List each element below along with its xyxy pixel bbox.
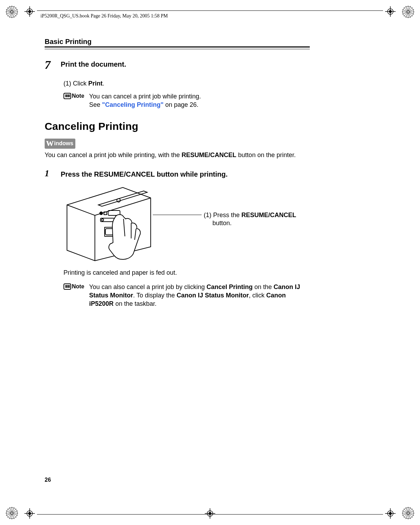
printer-figure: (1) Press the RESUME/CANCEL button. — [63, 184, 310, 264]
step1-title-prefix: Press the — [61, 170, 94, 178]
header-rule — [37, 10, 383, 11]
windows-rest: indows — [54, 140, 73, 147]
note2-t3: . To display the — [133, 292, 177, 299]
note-after-figure: ≣≣ Note You can also cancel a print job … — [63, 283, 310, 308]
note-text: You can also cancel a print job by click… — [89, 283, 310, 308]
step-title: Print the document. — [61, 59, 126, 68]
callout-bold: RESUME/CANCEL — [241, 212, 296, 219]
registration-mark-icon — [402, 507, 414, 519]
callout-text: (1) Press the RESUME/CANCEL button. — [204, 211, 296, 228]
windows-badge: Windows — [45, 139, 75, 149]
svg-point-51 — [28, 512, 31, 515]
svg-point-55 — [389, 512, 392, 515]
callout-line — [153, 215, 202, 215]
svg-point-43 — [28, 10, 31, 13]
note-step7: ≣≣ Note You can cancel a print job while… — [63, 92, 310, 109]
step1-title-suffix: button while printing. — [155, 170, 228, 178]
note-line2-suffix: on page 26. — [164, 101, 198, 108]
crop-target-icon — [24, 6, 35, 17]
crop-target-icon — [385, 508, 396, 519]
note-line1: You can cancel a print job while printin… — [89, 92, 201, 101]
note2-t5: on the taskbar. — [114, 300, 157, 307]
substep-text-suffix: . — [103, 80, 104, 87]
registration-mark-icon — [6, 507, 18, 519]
note-badge: ≣≣ Note — [63, 283, 84, 290]
note-line2: See "Canceling Printing" on page 26. — [89, 101, 201, 109]
printer-illustration-icon — [63, 184, 154, 264]
windows-w: W — [46, 139, 54, 148]
note2-t4: , click — [249, 292, 266, 299]
figure-callout: (1) Press the RESUME/CANCEL button. — [154, 211, 296, 228]
crop-target-icon — [205, 508, 215, 519]
step1-title-bold: RESUME/CANCEL — [94, 170, 155, 178]
substep-label: (1) — [63, 80, 71, 87]
svg-point-60 — [117, 199, 120, 202]
intro-bold: RESUME/CANCEL — [182, 151, 237, 158]
after-figure-text: Printing is canceled and paper is fed ou… — [63, 269, 310, 276]
section-title-text: Basic Printing — [45, 38, 91, 45]
step-1: 1 Press the RESUME/CANCEL button while p… — [45, 169, 310, 178]
note2-t2: on the — [253, 283, 273, 290]
svg-point-39 — [407, 512, 409, 514]
substep-text-bold: Print — [88, 80, 103, 87]
step-7-substep: (1) Click Print. — [63, 80, 310, 87]
svg-point-29 — [11, 512, 13, 514]
intro-text: You can cancel a print job while printin… — [45, 151, 310, 159]
note-label: Note — [72, 93, 84, 99]
note-link[interactable]: "Canceling Printing" — [102, 101, 164, 108]
note-line2-prefix: See — [89, 101, 102, 108]
substep-text-prefix: Click — [73, 80, 88, 87]
callout-prefix: (1) Press the — [204, 212, 241, 219]
note-text: You can cancel a print job while printin… — [89, 92, 201, 109]
svg-point-65 — [102, 219, 104, 221]
svg-point-47 — [389, 10, 392, 13]
step-number: 7 — [45, 59, 61, 71]
note-icon: ≣≣ — [63, 283, 71, 290]
svg-point-61 — [100, 212, 103, 215]
note-icon: ≣≣ — [63, 93, 71, 99]
running-header: iP5200R_QSG_US.book Page 26 Friday, May … — [40, 13, 168, 19]
footer-rule — [37, 514, 383, 515]
crop-target-icon — [24, 508, 35, 519]
document-page: iP5200R_QSG_US.book Page 26 Friday, May … — [0, 0, 420, 525]
heading-canceling-printing: Canceling Printing — [45, 120, 310, 132]
step-number: 1 — [45, 169, 61, 178]
intro-suffix: button on the printer. — [237, 151, 296, 158]
step-7: 7 Print the document. — [45, 59, 310, 71]
registration-mark-icon — [402, 6, 414, 18]
page-number: 26 — [45, 477, 51, 483]
intro-prefix: You can cancel a print job while printin… — [45, 151, 182, 158]
crop-target-icon — [385, 6, 396, 17]
note-badge: ≣≣ Note — [63, 92, 84, 100]
step-title: Press the RESUME/CANCEL button while pri… — [61, 169, 228, 178]
svg-point-9 — [11, 11, 13, 13]
callout-suffix: button. — [212, 220, 232, 227]
registration-mark-icon — [6, 6, 18, 18]
note2-b3: Canon IJ Status Monitor — [177, 292, 249, 299]
note2-t1: You can also cancel a print job by click… — [89, 283, 207, 290]
note-label: Note — [72, 283, 84, 290]
note2-b1: Cancel Printing — [207, 283, 253, 290]
svg-point-19 — [407, 11, 409, 13]
section-title: Basic Printing — [45, 38, 310, 46]
